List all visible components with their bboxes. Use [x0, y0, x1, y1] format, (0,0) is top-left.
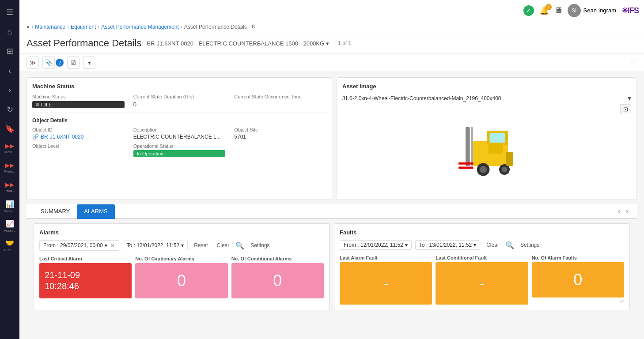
epc-icon: 🤝 — [5, 239, 14, 247]
sidebar-item-bookmark[interactable]: 🔖 — [1, 120, 19, 138]
kpi-last-critical-label: Last Critical Alarm — [39, 256, 132, 261]
sidebar-item-asset[interactable]: 📈 Asset... — [1, 217, 19, 235]
asset-image-name: J1.6-2.0xn-4-Wheel-Electric-Counterbalan… — [342, 95, 501, 102]
duration-value: 0 — [133, 101, 226, 108]
obj-site-label: Object Site — [234, 127, 326, 132]
sidebar-item-prod[interactable]: ▶▶ Prod... — [1, 178, 19, 196]
alarms-title: Alarms — [39, 229, 324, 236]
obj-id-value[interactable]: 🔗 BR-J1.6XNT-0020 — [32, 134, 125, 140]
asset-image-panel: Asset Image J1.6-2.0xn-4-Wheel-Electric-… — [337, 77, 637, 200]
alarms-from-dropdown: ▾ — [105, 242, 107, 249]
forward-icon: › — [8, 86, 11, 95]
obj-id-label: Object ID — [32, 127, 125, 132]
breadcrumb-current: Asset Performance Details — [184, 24, 247, 30]
sidebar-item-home[interactable]: ⌂ — [1, 23, 19, 41]
attachment-group[interactable]: 📎 2 — [42, 56, 64, 69]
expand-button[interactable]: ≫ — [27, 56, 39, 69]
alarms-filter-bar: From : 29/07/2021, 00:00 ▾ ✕ To : 13/01/… — [39, 240, 324, 251]
faults-from-filter[interactable]: From : 12/01/2022, 11:52 ▾ — [340, 240, 412, 250]
mobi-icon: ▶▶ — [5, 143, 14, 149]
calibrate-icon: ⊡ — [623, 106, 628, 113]
asset-image-dropdown[interactable]: ▾ — [628, 94, 631, 102]
prod-icon: ▶▶ — [5, 181, 14, 188]
machine-status-label: Machine Status — [32, 94, 125, 99]
sidebar-item-back[interactable]: ‹ — [1, 62, 19, 79]
kpi-card-last-critical: Last Critical Alarm 21-11-09 10:28:46 — [39, 256, 132, 298]
breadcrumb-maintenance[interactable]: Maintenance — [35, 24, 65, 30]
topbar: ✓ 🔔 1 🖥 SI Sean Ingram ✳IFS — [19, 0, 644, 21]
kpi-conditional-label: No. Of Conditional Alarms — [231, 256, 324, 261]
faults-to-text: To : 13/01/2022, 11:52 — [419, 242, 472, 248]
kpi-card-last-conditional-fault: Last Conditional Fault - — [436, 255, 528, 305]
tab-summary[interactable]: SUMMARY — [34, 204, 77, 219]
notification-button[interactable]: 🔔 1 — [539, 6, 549, 15]
filter-button[interactable]: 🖹 — [67, 56, 80, 69]
alarms-from-text: From : 29/07/2021, 00:00 — [43, 242, 103, 249]
breadcrumb-apm[interactable]: Asset Performance Management — [101, 24, 178, 30]
page-subtitle-text: BR-J1.6XNT-0020 - ELECTRIC COUNTERBALANC… — [147, 40, 324, 47]
faults-search-icon[interactable]: 🔍 — [505, 241, 514, 249]
obj-desc-value: ELECTRIC COUNTERBALANCE 1... — [133, 134, 226, 140]
kpi-conditional-value: 0 — [231, 263, 324, 298]
sidebar-item-epc[interactable]: 🤝 EPC ... — [1, 237, 19, 254]
idle-badge: IDLE — [32, 101, 125, 108]
attachment-button[interactable]: 📎 — [42, 56, 55, 69]
subtitle-dropdown-icon[interactable]: ▾ — [326, 40, 329, 47]
content-area: Machine Status Machine Status IDLE Curre… — [19, 72, 644, 339]
fleet-icon: ▶▶ — [5, 162, 14, 169]
svg-rect-4 — [471, 127, 473, 166]
sidebar-item-fleet[interactable]: ▶▶ Fleet... — [1, 159, 19, 177]
kpi-last-critical-value: 21-11-09 10:28:46 — [39, 263, 132, 298]
asset-select: J1.6-2.0xn-4-Wheel-Electric-Counterbalan… — [342, 94, 631, 102]
alarms-reset-button[interactable]: Reset — [191, 241, 210, 250]
tabs-bar: SUMMARY ALARMS ‹ › — [27, 204, 637, 219]
record-count: 1 of 1 — [338, 40, 351, 46]
faults-clear-button[interactable]: Clear — [484, 241, 502, 249]
sidebar-item-menu[interactable]: ☰ — [1, 4, 19, 21]
sidebar-item-forward[interactable]: › — [1, 81, 19, 99]
page-subtitle: BR-J1.6XNT-0020 - ELECTRIC COUNTERBALANC… — [147, 40, 329, 47]
faults-kpi-cards: Last Alarm Fault - Last Conditional Faul… — [340, 255, 624, 305]
tab-alarms[interactable]: ALARMS — [77, 204, 114, 219]
field-duration: Current State Duration (Hrs) 0 — [133, 94, 226, 108]
obj-op-label: Operational Status — [133, 143, 226, 149]
asset-icon: 📈 — [5, 219, 14, 228]
screen-icon[interactable]: 🖥 — [554, 6, 562, 15]
calibrate-button[interactable]: ⊡ — [620, 104, 631, 114]
check-status-icon: ✓ — [523, 5, 534, 16]
machine-status-title: Machine Status — [32, 83, 326, 90]
sidebar-item-mobi[interactable]: ▶▶ Mobi... — [1, 139, 19, 157]
dropdown-button[interactable]: ▾ — [83, 56, 95, 69]
alarms-search-icon[interactable]: 🔍 — [235, 241, 244, 250]
page-title: Asset Performance Details — [27, 38, 141, 49]
toolbar: ≫ 📎 2 🖹 ▾ ♡ — [19, 54, 644, 72]
faults-settings-button[interactable]: Settings — [518, 241, 542, 249]
asset-image-container: ⊡ — [342, 106, 631, 194]
tabs-prev-arrow[interactable]: ‹ — [616, 206, 622, 217]
breadcrumb-equipment[interactable]: Equipment — [71, 24, 96, 30]
faults-to-filter[interactable]: To : 13/01/2022, 11:52 ▾ — [415, 240, 480, 250]
alarms-from-filter[interactable]: From : 29/07/2021, 00:00 ▾ ✕ — [39, 240, 119, 251]
svg-point-10 — [502, 167, 508, 173]
sidebar-item-grid[interactable]: ⊞ — [1, 42, 19, 60]
sidebar: ☰ ⌂ ⊞ ‹ › ↻ 🔖 ▶▶ Mobi... ▶▶ Fleet... ▶▶ … — [0, 0, 19, 339]
alarms-clear-button[interactable]: Clear — [214, 241, 232, 250]
alarms-settings-button[interactable]: Settings — [248, 241, 272, 250]
sidebar-item-fleet-label: Fleet... — [4, 170, 15, 173]
sidebar-item-facto[interactable]: 📊 Facto... — [1, 198, 19, 215]
obj-field-empty — [234, 143, 326, 157]
expand-icon[interactable]: ⤢ — [620, 298, 624, 305]
sidebar-item-asset-label: Asset... — [4, 229, 16, 233]
svg-point-8 — [480, 166, 487, 173]
sidebar-item-refresh[interactable]: ↻ — [1, 101, 19, 118]
alarms-panel: Alarms From : 29/07/2021, 00:00 ▾ ✕ To :… — [34, 223, 330, 310]
idle-text: IDLE — [41, 102, 52, 107]
kpi-alarm-faults-value: 0 — [532, 262, 624, 298]
breadcrumb-refresh-icon[interactable]: ↻ — [251, 24, 256, 30]
faults-from-text: From : 12/01/2022, 11:52 — [344, 242, 403, 248]
tabs-next-arrow[interactable]: › — [624, 206, 630, 217]
alarms-to-filter[interactable]: To : 13/01/2022, 11:52 ▾ — [123, 241, 188, 250]
occurrence-label: Current State Occurrence Time — [234, 94, 326, 99]
favorite-button[interactable]: ♡ — [630, 58, 637, 68]
alarms-from-clear-icon[interactable]: ✕ — [110, 242, 115, 249]
